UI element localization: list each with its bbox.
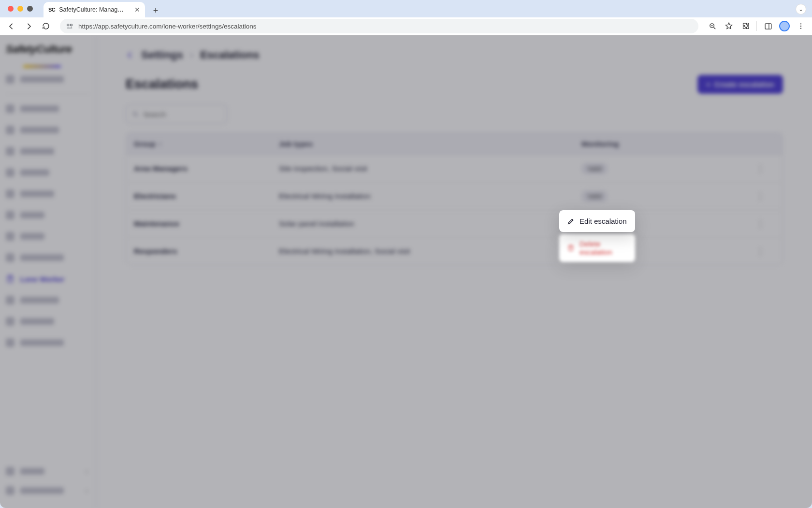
maximize-window-button[interactable] bbox=[27, 6, 33, 12]
favicon-icon: SC bbox=[48, 7, 55, 13]
toolbar-divider bbox=[756, 21, 757, 31]
kebab-icon bbox=[797, 22, 805, 30]
bookmark-button[interactable] bbox=[722, 19, 736, 33]
chrome-menu-button[interactable] bbox=[794, 19, 808, 33]
window-controls bbox=[4, 0, 39, 17]
toolbar-right bbox=[705, 19, 808, 33]
profile-button[interactable] bbox=[777, 19, 792, 33]
new-tab-button[interactable]: + bbox=[149, 4, 162, 17]
menu-item-label: Delete escalation bbox=[580, 240, 627, 256]
svg-rect-3 bbox=[765, 23, 771, 29]
close-window-button[interactable] bbox=[8, 6, 14, 12]
reload-button[interactable] bbox=[39, 19, 53, 33]
browser-toolbar: https://app.safetyculture.com/lone-worke… bbox=[0, 17, 812, 35]
svg-rect-0 bbox=[67, 24, 69, 26]
forward-button[interactable] bbox=[21, 19, 36, 33]
browser-chrome: SC SafetyCulture: Manage Teams and... ✕ … bbox=[0, 0, 812, 35]
zoom-icon bbox=[709, 22, 717, 30]
svg-point-6 bbox=[800, 28, 801, 29]
tabs-dropdown-button[interactable]: ⌄ bbox=[796, 4, 806, 15]
tab-strip: SC SafetyCulture: Manage Teams and... ✕ … bbox=[0, 0, 812, 17]
arrow-left-icon bbox=[7, 22, 15, 30]
pencil-icon bbox=[567, 218, 575, 225]
sidepanel-button[interactable] bbox=[761, 19, 775, 33]
puzzle-icon bbox=[741, 22, 750, 30]
modal-overlay[interactable] bbox=[0, 35, 812, 508]
reload-icon bbox=[42, 22, 50, 30]
svg-point-5 bbox=[800, 26, 801, 27]
svg-rect-1 bbox=[70, 24, 72, 26]
back-button[interactable] bbox=[4, 19, 18, 33]
profile-avatar-icon bbox=[779, 21, 790, 31]
arrow-right-icon bbox=[25, 22, 33, 30]
row-actions-menu: Edit escalation bbox=[559, 210, 635, 232]
browser-tab[interactable]: SC SafetyCulture: Manage Teams and... ✕ bbox=[44, 2, 145, 17]
panel-icon bbox=[764, 22, 772, 30]
row-menu-edit[interactable]: Edit escalation bbox=[559, 210, 635, 232]
menu-item-label: Edit escalation bbox=[580, 217, 627, 225]
row-menu-delete[interactable]: Delete escalation bbox=[559, 234, 635, 262]
star-icon bbox=[725, 22, 733, 30]
app-viewport: SafetyCulture Lone Worker › bbox=[0, 35, 812, 508]
zoom-button[interactable] bbox=[705, 19, 720, 33]
close-tab-icon[interactable]: ✕ bbox=[134, 6, 140, 14]
minimize-window-button[interactable] bbox=[17, 6, 23, 12]
url-text: https://app.safetyculture.com/lone-worke… bbox=[78, 23, 693, 30]
extensions-button[interactable] bbox=[738, 19, 753, 33]
address-bar[interactable]: https://app.safetyculture.com/lone-worke… bbox=[60, 19, 698, 33]
tab-title: SafetyCulture: Manage Teams and... bbox=[59, 6, 127, 13]
trash-icon bbox=[567, 244, 575, 252]
site-controls-icon[interactable] bbox=[66, 22, 73, 30]
svg-point-4 bbox=[800, 23, 801, 24]
